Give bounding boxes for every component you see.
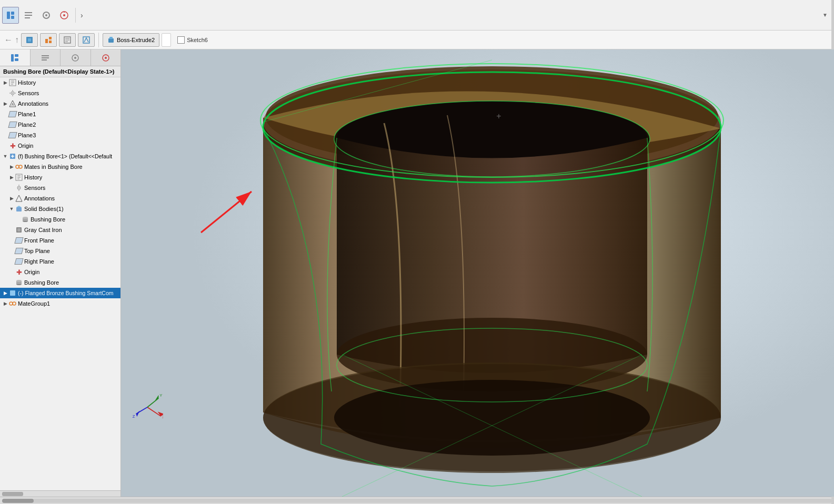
tree-item-plane2[interactable]: Plane2	[0, 119, 120, 130]
expand-annotations[interactable]	[2, 100, 8, 107]
right-plane-icon	[15, 257, 23, 266]
tree-item-annotations[interactable]: A Annotations	[0, 98, 120, 109]
more-arrow[interactable]: ›	[78, 9, 85, 22]
filter-icon[interactable]: ▼	[822, 12, 832, 18]
sensors-icon	[8, 89, 17, 97]
expand-bushing-bore[interactable]	[2, 153, 8, 159]
sensors-label: Sensors	[18, 90, 39, 96]
tree-item-origin-sub[interactable]: ✚ Origin	[0, 267, 120, 277]
flanged-bronze-icon	[8, 289, 17, 297]
feature-manager-tab[interactable]	[2, 7, 19, 24]
bushing-bore-body-label: Bushing Bore	[31, 216, 65, 223]
top-plane-icon	[15, 247, 23, 255]
svg-point-61	[9, 302, 13, 305]
bottom-scrollbar-track[interactable]	[2, 499, 832, 503]
assembly-tab-btn[interactable]	[40, 33, 57, 47]
mates-icon	[15, 163, 23, 171]
left-panel: Bushing Bore (Default<Display State-1>) …	[0, 49, 121, 497]
panel-scrollbar-thumb[interactable]	[2, 492, 23, 496]
tree-item-solid-bodies[interactable]: Solid Bodies(1)	[0, 204, 120, 214]
sketch-icon-btn[interactable]	[162, 33, 171, 47]
svg-rect-21	[109, 37, 113, 39]
property-manager-tab[interactable]	[20, 7, 37, 24]
tree-item-plane3[interactable]: Plane3	[0, 130, 120, 140]
expand-history[interactable]	[2, 79, 8, 86]
forward-arrow[interactable]: ↑	[15, 35, 19, 45]
bottom-scrollbar[interactable]	[0, 497, 834, 504]
svg-rect-13	[49, 37, 52, 39]
mate-group-label: MateGroup1	[18, 300, 50, 307]
bushing-bore-part-label: (f) Bushing Bore<1> (Default<<Default	[18, 153, 112, 159]
gray-cast-iron-label: Gray Cast Iron	[24, 227, 62, 233]
config-tab[interactable]	[61, 49, 91, 66]
tree-item-bushing-bore-body[interactable]: Bushing Bore	[0, 214, 120, 225]
top-toolbar: › ▼	[0, 0, 834, 31]
svg-rect-56	[17, 228, 21, 231]
plane3-icon	[8, 131, 17, 139]
front-plane-label: Front Plane	[24, 237, 54, 244]
feature-tree-tab[interactable]	[0, 49, 31, 66]
dim-tab[interactable]	[91, 49, 121, 66]
tree-item-history-top[interactable]: History	[0, 77, 120, 88]
mate-group-icon	[8, 299, 17, 308]
tree-item-flanged-bronze[interactable]: (-) Flanged Bronze Bushing SmartCom	[0, 288, 120, 298]
svg-rect-2	[11, 16, 14, 19]
expand-annotations-sub[interactable]	[8, 195, 15, 201]
boss-extrude2-btn[interactable]: Boss-Extrude2	[103, 33, 159, 47]
tree-item-history-sub[interactable]: History	[0, 172, 120, 183]
svg-point-7	[45, 14, 47, 16]
tree-item-plane1[interactable]: Plane1	[0, 109, 120, 119]
panel-bottom-scrollbar[interactable]	[0, 490, 120, 497]
back-arrow[interactable]: ←	[4, 35, 13, 45]
expand-origin-sub	[8, 269, 15, 275]
svg-line-82	[147, 407, 161, 416]
solid-bodies-icon	[15, 205, 23, 213]
tree-item-mates[interactable]: Mates in Bushing Bore	[0, 162, 120, 172]
tree-item-front-plane[interactable]: Front Plane	[0, 235, 120, 246]
annotations-icon: A	[8, 99, 17, 108]
expand-flanged-bronze[interactable]	[2, 290, 8, 296]
tree-item-mate-group[interactable]: MateGroup1	[0, 298, 120, 309]
expand-plane3	[2, 132, 8, 138]
svg-point-54	[23, 217, 28, 219]
property-tab[interactable]	[31, 49, 61, 66]
plane2-label: Plane2	[18, 122, 36, 128]
svg-text:X: X	[162, 415, 163, 419]
svg-point-31	[105, 57, 107, 59]
history-icon	[8, 78, 17, 87]
tree-item-top-plane[interactable]: Top Plane	[0, 246, 120, 256]
tree-item-gray-cast-iron[interactable]: Gray Cast Iron	[0, 225, 120, 235]
3d-model: +	[121, 49, 834, 497]
svg-rect-25	[42, 55, 49, 56]
tree-item-origin[interactable]: ✚ Origin	[0, 140, 120, 151]
svg-point-42	[19, 165, 22, 168]
coordinate-axis: X Y Z	[132, 391, 163, 423]
drawing-tab-btn[interactable]	[59, 33, 76, 47]
tree-item-annotations-sub[interactable]: Annotations	[0, 193, 120, 204]
svg-rect-4	[25, 15, 32, 16]
sketch-breadcrumb: Sketch6	[177, 36, 208, 44]
origin-sub-label: Origin	[24, 269, 39, 275]
svg-text:A: A	[12, 103, 14, 106]
bottom-scrollbar-thumb[interactable]	[2, 499, 34, 503]
tree-item-right-plane[interactable]: Right Plane	[0, 256, 120, 267]
svg-text:Z: Z	[133, 414, 135, 419]
expand-origin	[2, 143, 8, 149]
feature-tree[interactable]: History Sensors A Annotations	[0, 77, 120, 490]
expand-mates[interactable]	[8, 164, 15, 170]
config-manager-tab[interactable]	[38, 7, 55, 24]
tree-item-bushing-bore-part[interactable]: (f) Bushing Bore<1> (Default<<Default	[0, 151, 120, 162]
tree-item-sensors-sub[interactable]: Sensors	[0, 183, 120, 193]
tree-item-sensors[interactable]: Sensors	[0, 88, 120, 98]
sketch-tab-btn[interactable]	[78, 33, 95, 47]
expand-plane2	[2, 122, 8, 128]
viewport[interactable]: + X Y Z	[121, 49, 834, 497]
expand-mate-group[interactable]	[2, 300, 8, 307]
dim-expert-tab[interactable]	[56, 7, 73, 24]
expand-solid-bodies[interactable]	[8, 206, 15, 212]
sketch-icon	[177, 36, 185, 44]
svg-marker-11	[28, 38, 31, 42]
tree-item-bushing-bore-feature[interactable]: Bushing Bore	[0, 277, 120, 288]
part-tab-btn[interactable]	[21, 33, 38, 47]
expand-history-sub[interactable]	[8, 174, 15, 180]
